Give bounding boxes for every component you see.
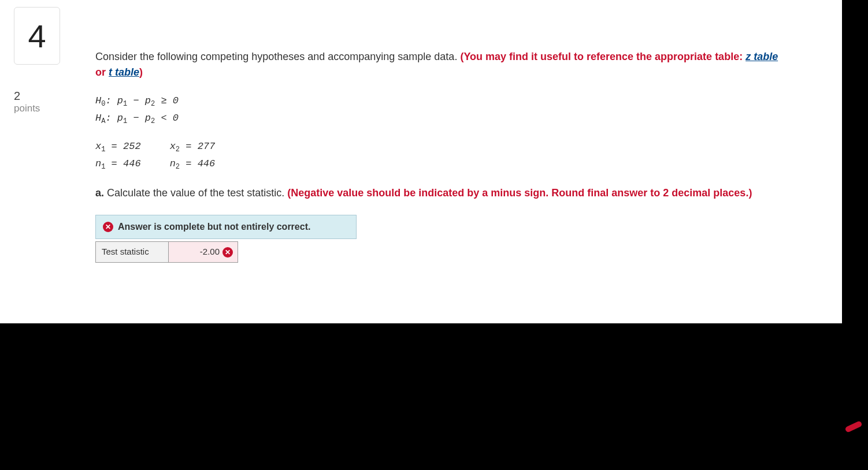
answer-label: Test statistic bbox=[95, 241, 169, 263]
part-a-letter: a. bbox=[95, 187, 104, 199]
z-table-link[interactable]: z table bbox=[745, 51, 778, 62]
x1-value: x1 = 252 bbox=[95, 139, 141, 156]
question-number: 4 bbox=[28, 17, 46, 55]
points-block: 2 points bbox=[14, 89, 40, 114]
answer-section: Answer is complete but not entirely corr… bbox=[95, 215, 357, 263]
n2-value: n2 = 446 bbox=[170, 156, 216, 173]
incorrect-icon bbox=[103, 222, 113, 232]
part-a-prompt: a. Calculate the value of the test stati… bbox=[95, 185, 789, 201]
annotation-mark bbox=[844, 420, 862, 433]
feedback-bar: Answer is complete but not entirely corr… bbox=[95, 215, 357, 239]
alt-hypothesis: HA: p1 − p2 < 0 bbox=[95, 110, 789, 128]
sample-data: x1 = 252 x2 = 277 n1 = 446 n2 = 446 bbox=[95, 139, 789, 173]
answer-value-cell[interactable]: -2.00 bbox=[169, 241, 238, 263]
points-value: 2 bbox=[14, 89, 40, 103]
hint-prefix: (You may find it useful to reference the… bbox=[460, 51, 745, 62]
null-hypothesis: H0: p1 − p2 ≥ 0 bbox=[95, 93, 789, 110]
part-a-instructions: (Negative value should be indicated by a… bbox=[287, 187, 752, 199]
points-label: points bbox=[14, 103, 40, 114]
part-a-text: Calculate the value of the test statisti… bbox=[104, 187, 287, 199]
answer-value: -2.00 bbox=[200, 245, 220, 259]
t-table-link[interactable]: t table bbox=[109, 66, 139, 78]
hint-or: or bbox=[95, 66, 109, 78]
intro-plain: Consider the following competing hypothe… bbox=[95, 51, 460, 62]
question-panel: 4 2 points Consider the following compet… bbox=[0, 0, 842, 323]
hint-suffix: ) bbox=[139, 66, 143, 78]
question-content: Consider the following competing hypothe… bbox=[95, 49, 789, 263]
answer-incorrect-icon bbox=[222, 247, 233, 258]
x2-value: x2 = 277 bbox=[170, 139, 216, 156]
n1-value: n1 = 446 bbox=[95, 156, 141, 173]
answer-table: Test statistic -2.00 bbox=[95, 241, 238, 263]
question-number-badge: 4 bbox=[14, 7, 60, 65]
hypotheses-block: H0: p1 − p2 ≥ 0 HA: p1 − p2 < 0 bbox=[95, 93, 789, 127]
feedback-message: Answer is complete but not entirely corr… bbox=[118, 220, 310, 234]
intro-text: Consider the following competing hypothe… bbox=[95, 49, 789, 80]
